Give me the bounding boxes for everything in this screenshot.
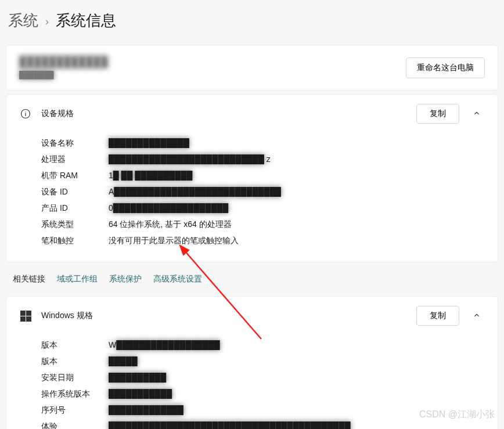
spec-row: 设备 IDA█████████████████████████████ xyxy=(41,184,485,200)
spec-value: 1█ ██ ██████████ xyxy=(109,171,193,181)
info-icon xyxy=(19,109,32,119)
spec-row: 版本█████ xyxy=(41,354,485,370)
chevron-right-icon: › xyxy=(45,16,49,28)
windows-specs-header[interactable]: Windows 规格 复制 xyxy=(6,297,498,335)
spec-row: 安装日期██████████ xyxy=(41,370,485,386)
link-domain-workgroup[interactable]: 域或工作组 xyxy=(57,274,98,284)
windows-specs-table: 版本W██████████████████版本█████安装日期████████… xyxy=(6,335,498,429)
device-specs-header[interactable]: 设备规格 复制 xyxy=(6,95,498,133)
spec-row: 机带 RAM1█ ██ ██████████ xyxy=(41,168,485,184)
spec-value: 没有可用于此显示器的笔或触控输入 xyxy=(109,236,239,246)
spec-value: 64 位操作系统, 基于 x64 的处理器 xyxy=(109,219,232,230)
pc-meta: ████████████ ███████ xyxy=(19,56,397,80)
spec-label: 处理器 xyxy=(41,154,97,165)
spec-value: W██████████████████ xyxy=(109,340,220,351)
spec-row: 处理器███████████████████████████ z xyxy=(41,152,485,168)
pc-rename-card: ████████████ ███████ 重命名这台电脑 xyxy=(6,45,498,91)
copy-device-specs-button[interactable]: 复制 xyxy=(416,104,459,124)
spec-label: 笔和触控 xyxy=(41,236,97,246)
spec-value: ███████████ xyxy=(109,389,172,399)
spec-value: 0████████████████████ xyxy=(109,203,228,214)
spec-label: 版本 xyxy=(41,356,97,367)
spec-row: 操作系统版本███████████ xyxy=(41,386,485,402)
svg-point-2 xyxy=(25,111,26,112)
spec-label: 产品 ID xyxy=(41,203,97,214)
spec-label: 系统类型 xyxy=(41,219,97,230)
chevron-up-icon[interactable] xyxy=(469,311,485,321)
related-links-bar: 相关链接 域或工作组 系统保护 高级系统设置 xyxy=(0,266,504,293)
spec-row: 设备名称██████████████ xyxy=(41,135,485,152)
spec-value: ████████████████████████████████████████… xyxy=(109,421,351,429)
pc-name: ████████████ xyxy=(19,56,397,69)
device-specs-title: 设备规格 xyxy=(41,109,74,119)
spec-label: 安装日期 xyxy=(41,373,97,383)
link-advanced-system-settings[interactable]: 高级系统设置 xyxy=(153,274,202,284)
spec-label: 体验 xyxy=(41,421,97,429)
spec-row: 产品 ID0████████████████████ xyxy=(41,200,485,217)
spec-row: 系统类型64 位操作系统, 基于 x64 的处理器 xyxy=(41,217,485,233)
link-system-protection[interactable]: 系统保护 xyxy=(109,274,142,284)
spec-label: 操作系统版本 xyxy=(41,389,97,399)
spec-value: █████ xyxy=(109,356,138,367)
spec-label: 机带 RAM xyxy=(41,171,97,181)
spec-value: ███████████████████████████ z xyxy=(109,154,271,165)
spec-label: 设备名称 xyxy=(41,138,97,149)
chevron-up-icon[interactable] xyxy=(469,109,485,119)
spec-value: █████████████ xyxy=(109,405,183,416)
spec-row: 体验██████████████████████████████████████… xyxy=(41,419,485,429)
pc-sub: ███████ xyxy=(19,71,397,80)
device-specs-table: 设备名称██████████████处理器███████████████████… xyxy=(6,133,498,262)
spec-value: ██████████ xyxy=(109,373,166,383)
breadcrumb-current: 系统信息 xyxy=(56,10,116,31)
breadcrumb: 系统 › 系统信息 xyxy=(0,0,504,41)
spec-row: 笔和触控没有可用于此显示器的笔或触控输入 xyxy=(41,233,485,249)
spec-value: ██████████████ xyxy=(109,138,189,149)
related-links-label: 相关链接 xyxy=(13,274,45,284)
spec-row: 版本W██████████████████ xyxy=(41,337,485,354)
windows-icon xyxy=(19,311,32,322)
spec-label: 版本 xyxy=(41,340,97,351)
spec-row: 序列号█████████████ xyxy=(41,402,485,419)
spec-value: A█████████████████████████████ xyxy=(109,187,281,197)
windows-specs-card: Windows 规格 复制 版本W██████████████████版本███… xyxy=(6,296,498,429)
copy-windows-specs-button[interactable]: 复制 xyxy=(416,306,459,326)
spec-label: 序列号 xyxy=(41,405,97,416)
rename-pc-button[interactable]: 重命名这台电脑 xyxy=(406,57,485,78)
device-specs-card: 设备规格 复制 设备名称██████████████处理器███████████… xyxy=(6,94,498,262)
breadcrumb-parent[interactable]: 系统 xyxy=(8,10,38,31)
windows-specs-title: Windows 规格 xyxy=(41,311,93,321)
spec-label: 设备 ID xyxy=(41,187,97,197)
